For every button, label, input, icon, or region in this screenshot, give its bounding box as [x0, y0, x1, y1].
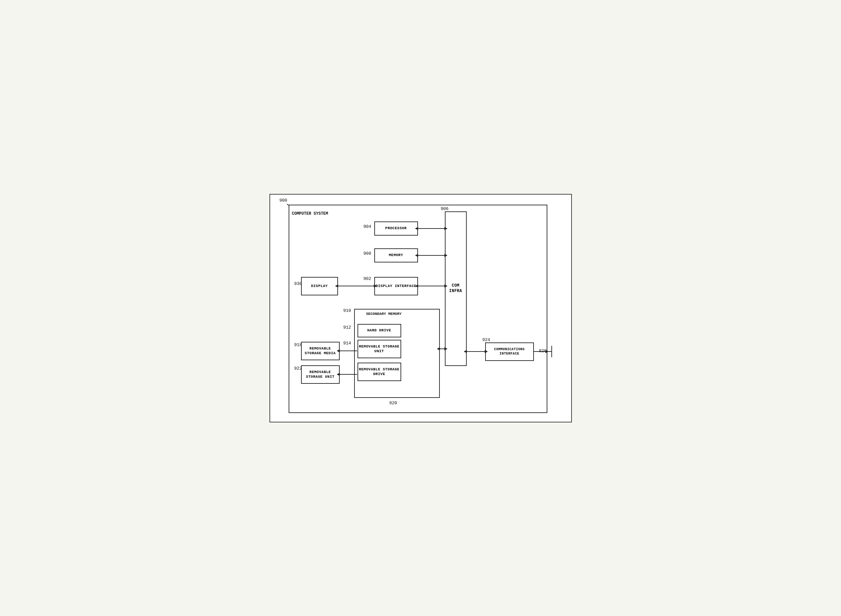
ref-912: 912: [343, 325, 351, 330]
ref-926: 926: [539, 349, 547, 353]
processor-box: PROCESSOR: [374, 221, 418, 236]
display-interface-box: DISPLAY INTERFACE: [374, 277, 418, 295]
hard-drive-box: HARD DRIVE: [357, 324, 401, 337]
removable-storage-media-box: REMOVABLE STORAGE MEDIA: [301, 342, 340, 360]
ref-906: 906: [441, 206, 448, 211]
memory-box: MEMORY: [374, 248, 418, 263]
diagram-page: 900 COMPUTER SYSTEM 906 COM INFRA 904 PR…: [270, 194, 572, 422]
communications-interface-box: COMMUNICATIONS INTERFACE: [485, 342, 534, 361]
ref-902: 902: [363, 276, 371, 281]
com-infra-box: COM INFRA: [445, 211, 467, 366]
ref-900: 900: [280, 198, 287, 203]
ref-920: 920: [390, 400, 397, 406]
secondary-memory-label: SECONDARY MEMORY: [366, 311, 402, 316]
ref-914: 914: [343, 341, 351, 346]
ref-904: 904: [363, 224, 371, 229]
display-box: DISPLAY: [301, 277, 338, 295]
ref-910: 910: [343, 308, 351, 313]
removable-storage-drive-box: REMOVABLE STORAGE DRIVE: [357, 362, 401, 381]
computer-system-label: COMPUTER SYSTEM: [292, 211, 328, 217]
ref-908: 908: [363, 251, 371, 256]
removable-storage-unit-inner-box: REMOVABLE STORAGE UNIT: [357, 340, 401, 358]
removable-storage-unit-outer-box: REMOVABLE STORAGE UNIT: [301, 365, 340, 384]
ref-924: 924: [482, 337, 490, 342]
